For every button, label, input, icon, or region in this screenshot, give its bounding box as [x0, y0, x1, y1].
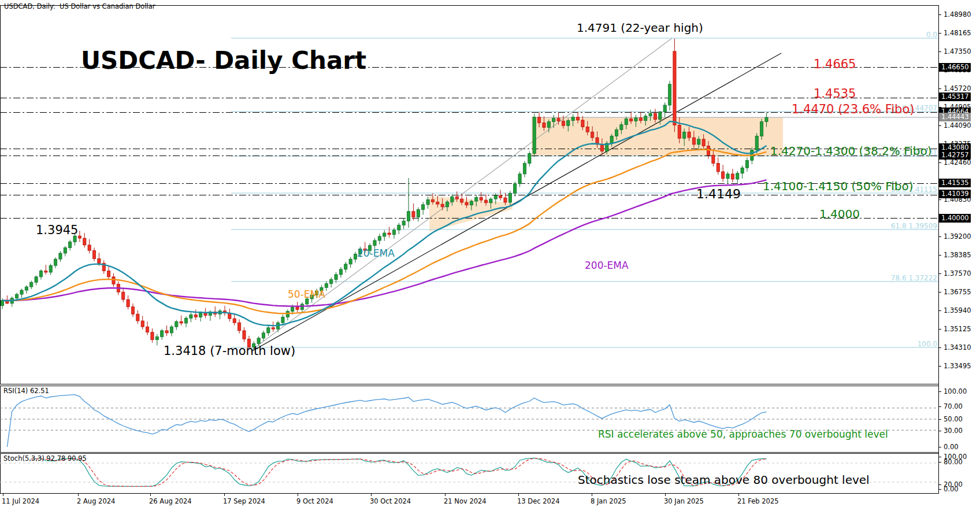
date-label: 17 Sep 2024 — [223, 497, 265, 505]
candle-body — [523, 163, 526, 173]
candle-body — [281, 317, 284, 323]
price-tick: 1.36755 — [944, 288, 971, 296]
price-tick: 1.35125 — [944, 325, 971, 333]
candle-body — [194, 314, 197, 317]
candle-body — [127, 299, 129, 307]
candle-body — [272, 328, 274, 329]
chart-window: 1.489801.481651.473501.465351.457201.449… — [0, 0, 980, 507]
candle-body — [446, 202, 448, 207]
candle-body — [151, 332, 154, 340]
chart-canvas[interactable]: 1.489801.481651.473501.465351.457201.449… — [0, 0, 980, 507]
candle-body — [600, 145, 603, 151]
candle-body — [412, 212, 415, 217]
candle-body — [175, 321, 178, 327]
candle-body — [576, 117, 579, 120]
candle-body — [243, 331, 246, 339]
candle-body — [431, 199, 434, 202]
candle-body — [562, 121, 565, 125]
candle-body — [330, 280, 333, 284]
current-price-badge: 1.44443 — [939, 113, 971, 121]
candle-body — [528, 154, 531, 164]
candle-body — [688, 132, 691, 138]
candle-body — [310, 295, 313, 299]
price-tick: 1.45720 — [944, 84, 971, 92]
candle-body — [620, 125, 623, 130]
candle-body — [678, 125, 681, 138]
candle-body — [92, 250, 95, 258]
candle-body — [591, 132, 594, 138]
price-tick: 1.37570 — [944, 269, 971, 277]
candle-body — [344, 264, 347, 269]
candle-body — [673, 51, 676, 125]
candle-body — [726, 174, 729, 179]
candle-body — [586, 127, 589, 132]
candle-body — [383, 233, 386, 236]
date-label: 30 Oct 2024 — [370, 497, 411, 505]
candle-body — [98, 258, 101, 263]
candle-body — [697, 139, 700, 145]
candle-body — [78, 236, 81, 238]
candle-body — [765, 117, 768, 121]
level-price-badge: 1.41535 — [939, 179, 971, 187]
candle-body — [634, 118, 637, 121]
candle-body — [335, 275, 337, 280]
candle-body — [349, 259, 352, 264]
candle-body — [161, 331, 164, 337]
candle-body — [146, 327, 149, 332]
candle-body — [557, 119, 560, 121]
candle-body — [552, 119, 555, 122]
candle-body — [426, 199, 429, 205]
candle-body — [722, 172, 725, 179]
candle-body — [755, 136, 758, 150]
candle-body — [567, 121, 570, 126]
candle-body — [122, 292, 125, 299]
candle-body — [504, 198, 507, 202]
date-label: 21 Feb 2025 — [737, 497, 779, 505]
candle-body — [441, 204, 444, 207]
price-tick: 1.42460 — [944, 158, 971, 166]
candle-body — [112, 277, 115, 284]
price-tick: 1.35940 — [944, 306, 971, 314]
candle-body — [233, 319, 236, 323]
rsi-tick: 0.00 — [944, 443, 959, 451]
candle-body — [369, 246, 372, 251]
candle-body — [537, 117, 540, 123]
stoch-panel — [1, 454, 939, 494]
candle-body — [204, 313, 207, 316]
candle-body — [451, 197, 454, 202]
stoch-tick: 80.00 — [944, 458, 963, 466]
candle-body — [1, 301, 3, 306]
candle-body — [668, 84, 671, 105]
candle-body — [402, 221, 405, 225]
candle-body — [436, 202, 439, 204]
candle-body — [470, 201, 473, 205]
date-label: 21 Nov 2024 — [444, 497, 487, 505]
candle-body — [136, 314, 139, 321]
level-price-badge: 1.42757 — [939, 151, 971, 160]
candle-body — [35, 277, 38, 282]
candle-body — [20, 290, 23, 294]
candle-body — [392, 230, 395, 235]
price-tick: 1.47350 — [944, 47, 971, 55]
candle-body — [683, 132, 686, 138]
candle-body — [707, 146, 710, 156]
candle-body — [484, 200, 487, 203]
candle-body — [190, 314, 192, 318]
candle-body — [39, 271, 42, 277]
candle-body — [455, 197, 458, 199]
candle-body — [64, 248, 66, 253]
rsi-tick: 50.00 — [944, 415, 963, 423]
candle-body — [253, 343, 255, 347]
rsi-panel — [1, 386, 939, 453]
candle-body — [745, 160, 748, 168]
candle-body — [267, 328, 270, 333]
candle-body — [363, 249, 366, 251]
price-tick: 1.33495 — [944, 362, 971, 370]
candle-body — [398, 225, 400, 230]
candle-body — [54, 259, 57, 265]
candle-body — [692, 138, 695, 145]
candle-body — [659, 112, 662, 120]
rsi-tick: 30.00 — [944, 427, 963, 435]
candle-body — [494, 195, 497, 199]
candle-body — [543, 123, 545, 128]
